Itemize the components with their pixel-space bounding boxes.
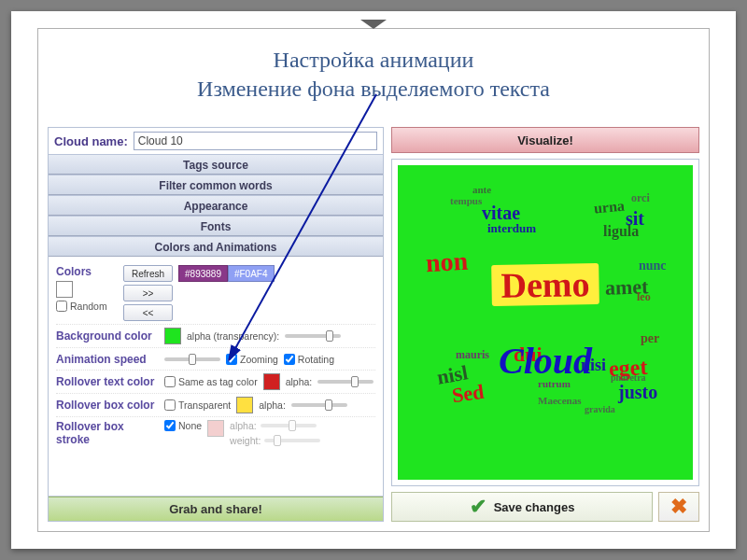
bg-color-label: Background color xyxy=(56,329,159,343)
bg-color-swatch[interactable] xyxy=(164,328,181,344)
preview-word: urna xyxy=(593,198,625,217)
preview-word: nunc xyxy=(639,259,667,273)
tab-colors-animations[interactable]: Colors and Animations xyxy=(49,236,383,257)
preview-word: ligula xyxy=(603,223,639,240)
slide-title: Настройка анимации Изменение фона выделя… xyxy=(38,29,709,113)
same-as-tag-label: Same as tag color xyxy=(178,376,258,387)
color-pull-button[interactable]: << xyxy=(123,304,173,321)
cloud-name-row: Cloud name: xyxy=(49,128,383,154)
preview-word: tempus xyxy=(450,195,482,206)
preview-word: justo xyxy=(618,382,657,403)
bg-alpha-label: alpha (transparency): xyxy=(187,330,279,342)
preview-word: leo xyxy=(637,290,651,304)
rollover-stroke-label: Rollover box stroke xyxy=(56,420,159,446)
cloud-name-label: Cloud name: xyxy=(54,134,128,148)
title-line2: Изменение фона выделяемого текста xyxy=(48,75,699,104)
rollover-text-label: Rollover text color xyxy=(56,375,159,388)
color-swatch-main[interactable] xyxy=(56,281,73,298)
tab-fonts[interactable]: Fonts xyxy=(49,216,383,236)
settings-panel: Cloud name: Tags source Filter common wo… xyxy=(48,127,384,522)
tab-tags-source[interactable]: Tags source xyxy=(49,154,383,175)
anim-speed-label: Animation speed xyxy=(56,353,159,366)
stroke-alpha-label: alpha: xyxy=(230,420,257,431)
preview-box: nonvitaeinterdumanteurnasitligulaametdui… xyxy=(391,159,699,486)
zooming-checkbox[interactable] xyxy=(226,354,237,365)
rollover-box-label: Rollover box color xyxy=(56,399,159,412)
preview-word: pharetra xyxy=(611,372,646,383)
refresh-button[interactable]: Refresh xyxy=(123,265,173,282)
save-label: Save changes xyxy=(494,500,575,514)
preview-word: per xyxy=(641,331,659,346)
rollover-text-alpha-slider[interactable] xyxy=(317,380,374,384)
preview-cloud: nonvitaeinterdumanteurnasitligulaametdui… xyxy=(398,165,693,480)
stroke-weight-slider[interactable] xyxy=(264,439,320,442)
grab-and-share-button[interactable]: Grab and share! xyxy=(49,497,383,521)
random-checkbox[interactable] xyxy=(56,301,67,312)
stroke-weight-label: weight: xyxy=(230,435,261,446)
preview-panel: Visualize! nonvitaeinterdumanteurnasitli… xyxy=(391,127,699,522)
cancel-button[interactable]: ✖ xyxy=(658,492,699,522)
demo-badge: Demo xyxy=(491,263,599,306)
close-icon: ✖ xyxy=(670,495,687,519)
preview-word: non xyxy=(425,246,469,278)
rollover-text-alpha-label: alpha: xyxy=(286,376,313,387)
color-push-button[interactable]: >> xyxy=(123,285,173,301)
rollover-box-alpha-slider[interactable] xyxy=(291,403,347,407)
preview-word: gravida xyxy=(585,404,615,414)
random-label: Random xyxy=(70,301,107,312)
colors-label: Colors xyxy=(56,265,118,278)
stroke-none-label: None xyxy=(178,420,202,431)
preview-word: Maecenas xyxy=(538,395,581,406)
save-changes-button[interactable]: ✔ Save changes xyxy=(391,492,653,522)
preview-word: interdum xyxy=(487,221,536,236)
transparent-checkbox[interactable] xyxy=(164,399,176,411)
word-cloud: Cloud xyxy=(499,338,592,382)
cloud-name-input[interactable] xyxy=(134,132,377,150)
color-chip-1[interactable]: #893889 xyxy=(178,265,228,282)
transparent-label: Transparent xyxy=(178,399,231,411)
stroke-none-checkbox[interactable] xyxy=(164,420,176,431)
slide-notch xyxy=(360,20,387,29)
rollover-box-swatch[interactable] xyxy=(236,397,253,413)
preview-word: orci xyxy=(631,191,650,205)
tab-filter-words[interactable]: Filter common words xyxy=(49,175,383,195)
rollover-text-swatch[interactable] xyxy=(263,373,280,390)
same-as-tag-checkbox[interactable] xyxy=(164,376,176,387)
rotating-label: Rotating xyxy=(298,354,334,365)
rotating-checkbox[interactable] xyxy=(284,354,295,365)
preview-word: Sed xyxy=(450,380,486,409)
visualize-button[interactable]: Visualize! xyxy=(391,127,699,153)
tab-appearance[interactable]: Appearance xyxy=(49,195,383,216)
zooming-label: Zooming xyxy=(240,354,278,365)
colors-animations-body: Colors Random Refresh >> << xyxy=(49,257,383,497)
preview-word: ante xyxy=(472,184,491,195)
title-line1: Настройка анимации xyxy=(48,46,699,75)
rollover-stroke-swatch[interactable] xyxy=(207,420,224,437)
anim-speed-slider[interactable] xyxy=(164,357,220,361)
check-icon: ✔ xyxy=(470,495,486,519)
rollover-box-alpha-label: alpha: xyxy=(259,399,286,411)
bg-alpha-slider[interactable] xyxy=(285,334,341,338)
stroke-alpha-slider[interactable] xyxy=(261,424,317,427)
preview-word: mauris xyxy=(456,348,489,362)
color-chip-2[interactable]: #F0AF4 xyxy=(228,265,275,282)
